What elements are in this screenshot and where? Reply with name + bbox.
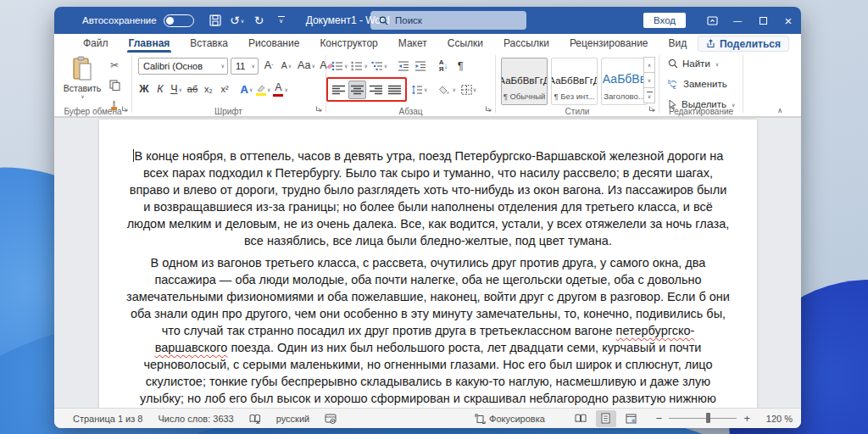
- paragraph-group: ∨ ∨ ∨: [326, 53, 495, 117]
- styles-dialog-launcher[interactable]: [648, 101, 656, 116]
- numbering-button[interactable]: ∨: [350, 57, 368, 75]
- style-name: Обычный: [509, 92, 545, 101]
- cut-button[interactable]: ✂: [107, 56, 122, 74]
- font-name-combo[interactable]: Calibri (Основ∨: [138, 58, 228, 75]
- language-indicator[interactable]: русский: [269, 409, 317, 428]
- style-name: Без инт...: [560, 92, 594, 101]
- font-color-button[interactable]: А∨: [272, 81, 288, 98]
- italic-button[interactable]: К: [153, 81, 168, 98]
- tab-layout[interactable]: Макет: [388, 34, 437, 53]
- clipboard-dialog-launcher[interactable]: [121, 101, 129, 116]
- pilcrow-icon: ¶: [458, 59, 464, 72]
- decrease-indent-button[interactable]: [396, 57, 411, 75]
- align-center-button[interactable]: [348, 81, 366, 99]
- search-box[interactable]: Поиск: [370, 11, 526, 30]
- align-right-button[interactable]: [367, 81, 385, 99]
- increase-indent-button[interactable]: [413, 57, 428, 75]
- tab-insert[interactable]: Вставка: [180, 34, 238, 53]
- strikethrough-button[interactable]: аб: [185, 81, 200, 98]
- styles-scroll-up-button[interactable]: ∧: [643, 57, 655, 73]
- shrink-font-button[interactable]: А∨: [279, 57, 294, 75]
- superscript-button[interactable]: х²: [217, 81, 232, 98]
- save-button[interactable]: [204, 10, 226, 31]
- editing-group-label: Редактирование: [659, 107, 743, 116]
- focus-mode-button[interactable]: Фокусировка: [467, 414, 553, 424]
- customize-quick-access-button[interactable]: ∨: [270, 10, 292, 31]
- change-case-button[interactable]: Аа∨: [297, 57, 316, 75]
- page-indicator[interactable]: Страница 1 из 8: [73, 409, 150, 428]
- redo-button[interactable]: ↻: [248, 10, 270, 31]
- search-placeholder: Поиск: [395, 15, 422, 25]
- tab-view[interactable]: Вид: [659, 34, 698, 53]
- word-count[interactable]: Число слов: 3633: [150, 409, 241, 428]
- paste-button[interactable]: Вставить ∨: [62, 56, 103, 107]
- align-left-button[interactable]: [330, 81, 348, 99]
- replace-button[interactable]: bc Заменить: [668, 79, 727, 89]
- document-area[interactable]: В конце ноября, в оттепель, часов в девя…: [54, 117, 801, 408]
- zoom-level[interactable]: 120 %: [759, 414, 793, 424]
- desktop-wallpaper: Автосохранение ↺∨ ↻ ∨ Документ1 - Word П…: [0, 0, 868, 434]
- style-card-heading1[interactable]: АаБбВв Заголово...: [601, 58, 648, 105]
- collapse-ribbon-button[interactable]: ∧: [777, 107, 782, 114]
- editing-group: Найти ∨ bc Заменить Выделить ∨ Редактиро…: [659, 53, 743, 117]
- styles-scroll-down-button[interactable]: ∨: [643, 72, 655, 88]
- style-name: Заголово...: [604, 92, 644, 101]
- share-button[interactable]: Поделиться: [698, 36, 789, 52]
- justify-button[interactable]: [386, 81, 403, 99]
- shading-button[interactable]: ∨: [438, 81, 456, 98]
- maximize-icon: [760, 17, 767, 25]
- underline-button[interactable]: Ч∨: [169, 81, 184, 98]
- zoom-out-button[interactable]: −: [656, 412, 663, 425]
- undo-button[interactable]: ↺∨: [226, 10, 248, 31]
- proofing-errors-button[interactable]: [242, 409, 269, 428]
- font-size-combo[interactable]: 11∨: [231, 58, 259, 75]
- find-label: Найти: [682, 58, 710, 69]
- show-formatting-marks-button[interactable]: ¶: [453, 57, 468, 75]
- copy-button[interactable]: [107, 76, 122, 94]
- tab-review[interactable]: Рецензирование: [559, 34, 659, 53]
- chevron-down-icon: ∨: [81, 93, 84, 99]
- zoom-slider[interactable]: [669, 418, 737, 419]
- print-layout-button[interactable]: [596, 410, 616, 427]
- maximize-button[interactable]: [750, 7, 776, 34]
- sort-icon: АЯ↓: [439, 59, 448, 73]
- subscript-button[interactable]: х₂: [201, 81, 216, 98]
- title-bar: Автосохранение ↺∨ ↻ ∨ Документ1 - Word П…: [54, 7, 801, 34]
- bullets-button[interactable]: ∨: [331, 57, 348, 75]
- line-spacing-button[interactable]: ∨: [410, 81, 428, 98]
- font-color-red-bar: [273, 94, 283, 97]
- tab-file[interactable]: Файл: [73, 34, 119, 53]
- sort-button[interactable]: АЯ↓: [436, 57, 451, 75]
- style-card-no-spacing[interactable]: АаБбВвГгД ¶ Без инт...: [551, 58, 598, 105]
- zoom-slider-thumb[interactable]: [706, 413, 710, 423]
- grow-font-button[interactable]: Аˆ: [261, 57, 276, 75]
- find-button[interactable]: Найти ∨: [668, 58, 719, 69]
- indent-icon: [415, 61, 426, 71]
- macro-record-button[interactable]: [317, 409, 344, 428]
- tab-draw[interactable]: Рисование: [238, 34, 309, 53]
- multilevel-list-button[interactable]: ∨: [370, 57, 388, 75]
- tab-design[interactable]: Конструктор: [309, 34, 387, 53]
- font-dialog-launcher[interactable]: [315, 101, 323, 116]
- read-mode-button[interactable]: [570, 410, 591, 427]
- text-effects-button[interactable]: А∨: [239, 81, 254, 98]
- paragraph-group-label: Абзац: [326, 107, 495, 116]
- tab-mailings[interactable]: Рассылки: [493, 34, 559, 53]
- borders-button[interactable]: ∨: [460, 81, 477, 98]
- sign-in-button[interactable]: Вход: [643, 13, 686, 28]
- ribbon: Вставить ∨ ✂ Буфер обмена: [54, 53, 801, 117]
- style-card-normal[interactable]: АаБбВвГгД ¶ Обычный: [501, 58, 548, 105]
- tab-home[interactable]: Главная: [119, 34, 181, 53]
- tab-references[interactable]: Ссылки: [437, 34, 493, 53]
- highlight-color-button[interactable]: ∨: [255, 81, 271, 98]
- zoom-in-button[interactable]: +: [743, 412, 750, 425]
- ribbon-display-options-button[interactable]: [699, 7, 725, 34]
- web-layout-button[interactable]: [621, 410, 642, 427]
- minimize-button[interactable]: —: [725, 7, 750, 34]
- minimize-icon: —: [733, 16, 742, 25]
- bold-button[interactable]: Ж: [136, 81, 152, 98]
- autosave-toggle[interactable]: [164, 14, 194, 27]
- document-page[interactable]: В конце ноября, в оттепель, часов в девя…: [99, 120, 757, 408]
- close-button[interactable]: ×: [776, 7, 801, 34]
- paragraph-dialog-launcher[interactable]: [485, 101, 492, 116]
